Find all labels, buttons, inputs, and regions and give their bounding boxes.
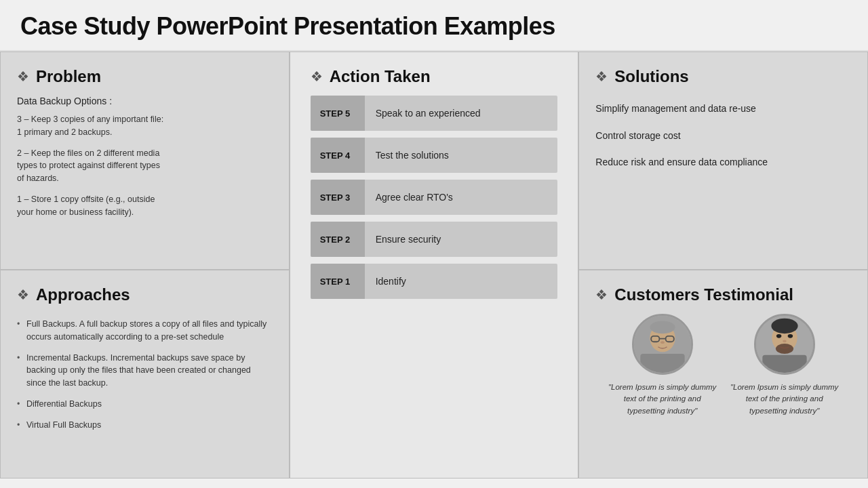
testimonial-grid: "Lorem Ipsum is simply dummy text of the… <box>595 314 851 417</box>
solution-item-1: Simplify management and data re-use <box>595 96 851 123</box>
diamond-icon-testimonial: ❖ <box>595 287 608 303</box>
approaches-panel: ❖ Approaches Full Backups. A full backup… <box>0 270 290 479</box>
action-taken-title: ❖ Action Taken <box>311 67 558 86</box>
avatar-1 <box>632 314 693 375</box>
diamond-icon-problem: ❖ <box>17 68 29 85</box>
svg-point-15 <box>787 334 792 338</box>
approaches-heading: Approaches <box>36 285 130 304</box>
testimonial-title: ❖ Customers Testimonial <box>595 285 851 304</box>
page-header: Case Study PowerPoint Presentation Examp… <box>0 0 868 52</box>
solutions-panel: ❖ Solutions Simplify management and data… <box>578 52 868 270</box>
solutions-heading: Solutions <box>614 67 688 86</box>
svg-rect-2 <box>640 354 684 373</box>
approach-item-4: Virtual Full Backups <box>17 415 273 436</box>
approaches-list: Full Backups. A full backup stores a cop… <box>17 314 273 435</box>
problem-item-3: 1 – Store 1 copy offsite (e.g., outside … <box>17 193 273 219</box>
steps-container: STEP 5 Speak to an experienced STEP 4 Te… <box>311 96 558 299</box>
approach-item-1: Full Backups. A full backup stores a cop… <box>17 314 273 348</box>
step-row-1: STEP 1 Identify <box>311 264 558 299</box>
testimonial-text-2: "Lorem Ipsum is simply dummy text of the… <box>730 382 839 417</box>
testimonial-panel: ❖ Customers Testimonial <box>578 270 868 479</box>
svg-point-11 <box>771 319 797 333</box>
main-grid: ❖ Problem Data Backup Options : 3 – Keep… <box>0 52 868 479</box>
avatar-2 <box>754 314 815 375</box>
testimonial-item-1: "Lorem Ipsum is simply dummy text of the… <box>608 314 717 417</box>
svg-point-3 <box>650 321 675 333</box>
step-row-5: STEP 5 Speak to an experienced <box>311 96 558 131</box>
svg-point-14 <box>776 334 781 338</box>
solutions-title: ❖ Solutions <box>595 67 851 86</box>
step-label-3: STEP 3 <box>311 180 365 215</box>
problem-title: ❖ Problem <box>17 67 273 86</box>
svg-point-13 <box>783 340 787 342</box>
svg-point-7 <box>660 341 665 344</box>
testimonial-text-1: "Lorem Ipsum is simply dummy text of the… <box>608 382 717 417</box>
problem-subtitle: Data Backup Options : <box>17 96 273 106</box>
approach-item-3: Differential Backups <box>17 394 273 415</box>
solutions-list: Simplify management and data re-use Cont… <box>595 96 851 176</box>
action-taken-heading: Action Taken <box>330 67 431 86</box>
step-text-5: Speak to an experienced <box>365 108 492 119</box>
svg-rect-10 <box>762 355 806 373</box>
step-label-5: STEP 5 <box>311 96 365 131</box>
page-title: Case Study PowerPoint Presentation Examp… <box>20 12 848 41</box>
step-label-1: STEP 1 <box>311 264 365 299</box>
problem-item-2: 2 – Keep the files on 2 different media … <box>17 147 273 185</box>
avatar-svg-2 <box>756 316 813 373</box>
step-text-1: Identify <box>365 276 417 287</box>
testimonial-heading: Customers Testimonial <box>614 285 793 304</box>
problem-heading: Problem <box>36 67 101 86</box>
step-text-4: Test the solutions <box>365 150 460 161</box>
step-text-2: Ensure security <box>365 234 452 245</box>
step-row-4: STEP 4 Test the solutions <box>311 138 558 173</box>
solution-item-2: Control storage cost <box>595 123 851 150</box>
step-label-4: STEP 4 <box>311 138 365 173</box>
action-taken-panel: ❖ Action Taken STEP 5 Speak to an experi… <box>290 52 579 479</box>
diamond-icon-approaches: ❖ <box>17 287 29 303</box>
avatar-svg-1 <box>634 316 691 373</box>
diamond-icon-solutions: ❖ <box>595 68 608 85</box>
problem-item-1: 3 – Keep 3 copies of any important file:… <box>17 113 273 139</box>
step-label-2: STEP 2 <box>311 222 365 257</box>
svg-point-12 <box>776 344 793 354</box>
step-row-2: STEP 2 Ensure security <box>311 222 558 257</box>
approaches-title: ❖ Approaches <box>17 285 273 304</box>
problem-panel: ❖ Problem Data Backup Options : 3 – Keep… <box>0 52 290 270</box>
diamond-icon-action: ❖ <box>311 68 323 85</box>
step-text-3: Agree clear RTO's <box>365 192 464 203</box>
testimonial-item-2: "Lorem Ipsum is simply dummy text of the… <box>730 314 839 417</box>
approach-item-2: Incremental Backups. Incremental backups… <box>17 348 273 394</box>
step-row-3: STEP 3 Agree clear RTO's <box>311 180 558 215</box>
solution-item-3: Reduce risk and ensure data compliance <box>595 149 851 176</box>
